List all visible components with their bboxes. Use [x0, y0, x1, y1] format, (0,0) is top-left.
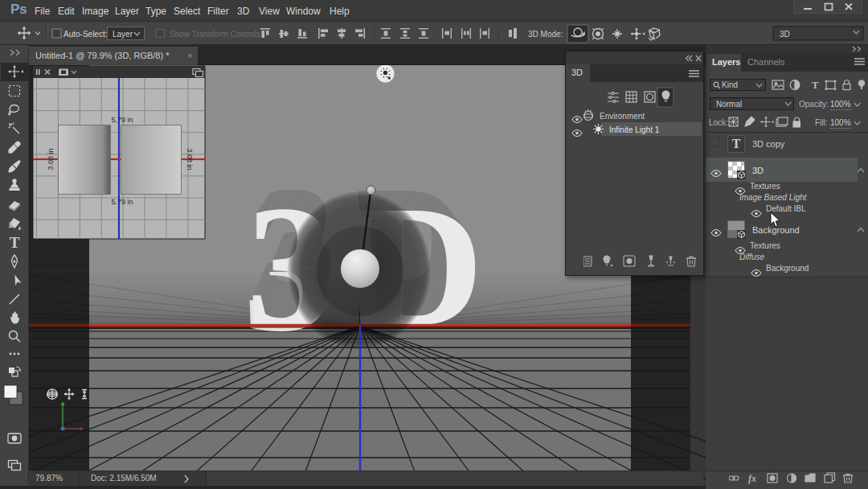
svg-text:3.08 in: 3.08 in — [47, 148, 55, 170]
svg-text:T: T — [10, 234, 20, 251]
svg-text:5.79 in: 5.79 in — [111, 198, 133, 206]
svg-text:fx: fx — [748, 473, 756, 484]
svg-text:T: T — [812, 79, 819, 91]
svg-text:3.08 in: 3.08 in — [186, 148, 194, 170]
svg-text:5.79 in: 5.79 in — [111, 116, 133, 124]
